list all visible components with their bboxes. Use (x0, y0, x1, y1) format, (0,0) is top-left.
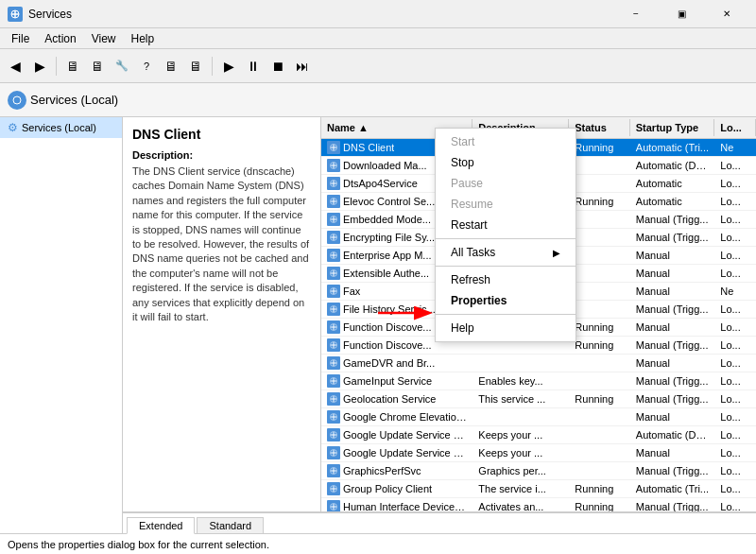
service-startup-cell: Manual (Trigg... (630, 373, 715, 389)
service-log-cell: Lo... (714, 427, 756, 442)
service-title: DNS Client (132, 127, 311, 142)
table-row[interactable]: Google Chrome Elevation Se... Manual Lo.… (321, 408, 756, 426)
tree-icon: ⚙ (8, 121, 18, 134)
context-menu-item-all-tasks[interactable]: All Tasks▶ (436, 242, 576, 263)
app-icon (8, 7, 23, 22)
service-row-icon (327, 392, 340, 406)
toolbar-help[interactable]: ? (135, 55, 158, 78)
service-desc-cell (472, 361, 569, 365)
service-startup-cell: Manual (Trigg... (630, 338, 715, 353)
tab-standard[interactable]: Standard (197, 517, 264, 533)
service-row-icon (327, 267, 340, 280)
tab-extended[interactable]: Extended (127, 517, 195, 534)
service-name-text: Google Chrome Elevation Se... (343, 411, 467, 423)
service-row-icon (327, 177, 340, 190)
pause-button[interactable]: ⏸ (242, 55, 265, 78)
svg-point-3 (13, 96, 21, 104)
context-menu-item-start: Start (436, 131, 576, 152)
service-log-cell: Lo... (714, 320, 756, 335)
th-log[interactable]: Lo... (714, 119, 756, 136)
title-bar: Services − ▣ ✕ (0, 0, 756, 28)
description-text: The DNS Client service (dnscache) caches… (132, 164, 311, 324)
service-log-cell: Lo... (714, 481, 756, 496)
service-name-text: Embedded Mode... (343, 214, 431, 225)
service-log-cell: Lo... (714, 338, 756, 353)
context-menu-item-refresh[interactable]: Refresh (436, 269, 576, 290)
service-startup-cell: Manual (630, 445, 715, 460)
minimize-button[interactable]: − (614, 0, 658, 28)
th-status[interactable]: Status (569, 119, 630, 136)
menu-help[interactable]: Help (124, 30, 163, 47)
description-label: Description: (132, 149, 311, 161)
table-row[interactable]: GameInput Service Enables key... Manual … (321, 372, 756, 390)
service-row-icon (327, 195, 340, 208)
service-startup-cell: Manual (Trigg... (630, 212, 715, 227)
service-startup-cell: Automatic (Tri... (630, 140, 715, 155)
service-startup-cell: Manual (Trigg... (630, 302, 715, 317)
service-name-cell: GraphicsPerfSvc (321, 462, 472, 479)
toolbar-btn-5[interactable]: 🖥 (184, 55, 207, 78)
service-desc-cell: Graphics per... (472, 463, 569, 478)
toolbar-btn-4[interactable]: 🖥 (160, 55, 182, 78)
toolbar-btn-3[interactable]: 🔧 (111, 55, 133, 78)
close-button[interactable]: ✕ (705, 0, 748, 28)
table-row[interactable]: GameDVR and Br... Manual Lo... (321, 355, 756, 372)
service-name-text: Enterprise App M... (343, 250, 432, 261)
service-log-cell: Lo... (714, 302, 756, 317)
service-status-cell (569, 379, 630, 383)
service-log-cell: Lo... (714, 194, 756, 209)
service-status-cell (569, 289, 630, 293)
service-status-cell: Running (569, 194, 630, 209)
th-startup-type[interactable]: Startup Type (630, 119, 715, 136)
table-row[interactable]: Google Update Service (gup... Keeps your… (321, 444, 756, 462)
toolbar-btn-1[interactable]: 🖥 (61, 55, 84, 78)
service-row-icon (327, 320, 340, 334)
maximize-button[interactable]: ▣ (660, 0, 703, 28)
service-status-cell: Running (569, 481, 630, 496)
service-name-cell: Geolocation Service (321, 390, 472, 407)
service-row-icon (327, 213, 340, 226)
service-status-cell (569, 164, 630, 167)
context-menu-item-resume: Resume (436, 194, 576, 215)
service-startup-cell: Automatic (630, 176, 715, 191)
restart-button[interactable]: ⏭ (291, 55, 314, 78)
service-log-cell: Lo... (714, 230, 756, 245)
context-menu-item-properties[interactable]: Properties (436, 290, 576, 311)
header-area: Services (Local) (0, 83, 756, 117)
menu-action[interactable]: Action (37, 30, 83, 47)
service-log-cell: Ne (714, 140, 756, 155)
play-button[interactable]: ▶ (217, 55, 240, 78)
context-menu-item-restart[interactable]: Restart (436, 215, 576, 235)
service-row-icon (327, 338, 340, 352)
table-row[interactable]: Google Update Service (gup... Keeps your… (321, 426, 756, 444)
menu-view[interactable]: View (84, 30, 124, 47)
service-log-cell: Lo... (714, 391, 756, 407)
service-log-cell: Lo... (714, 355, 756, 371)
context-menu-separator (436, 266, 576, 267)
menu-file[interactable]: File (4, 30, 37, 47)
tree-item-services-local[interactable]: ⚙ Services (Local) (0, 117, 122, 138)
table-row[interactable]: Group Policy Client The service i... Run… (321, 480, 756, 498)
service-startup-cell: Manual (630, 266, 715, 281)
service-status-cell (569, 433, 630, 437)
context-menu: StartStopPauseResumeRestartAll Tasks▶Ref… (435, 128, 576, 342)
back-button[interactable]: ◀ (4, 55, 26, 78)
service-log-cell: Lo... (714, 158, 756, 173)
services-local-icon (8, 91, 26, 110)
service-status-cell: Running (569, 140, 630, 155)
service-log-cell: Lo... (714, 445, 756, 460)
forward-button[interactable]: ▶ (28, 55, 51, 78)
service-name-text: DtsApo4Service (343, 178, 418, 189)
context-menu-item-stop[interactable]: Stop (436, 152, 576, 173)
service-startup-cell: Automatic (De... (630, 158, 715, 173)
stop-button[interactable]: ⏹ (266, 55, 289, 78)
service-row-icon (327, 249, 340, 262)
service-name-text: Encrypting File Sy... (343, 232, 435, 243)
toolbar-btn-2[interactable]: 🖥 (86, 55, 109, 78)
service-name-text: Elevoc Control Se... (343, 196, 435, 207)
context-menu-item-help[interactable]: Help (436, 318, 576, 338)
table-row[interactable]: Geolocation Service This service ... Run… (321, 390, 756, 408)
context-menu-separator (436, 314, 576, 315)
service-name-text: Google Update Service (gup... (343, 447, 467, 459)
table-row[interactable]: GraphicsPerfSvc Graphics per... Manual (… (321, 462, 756, 480)
